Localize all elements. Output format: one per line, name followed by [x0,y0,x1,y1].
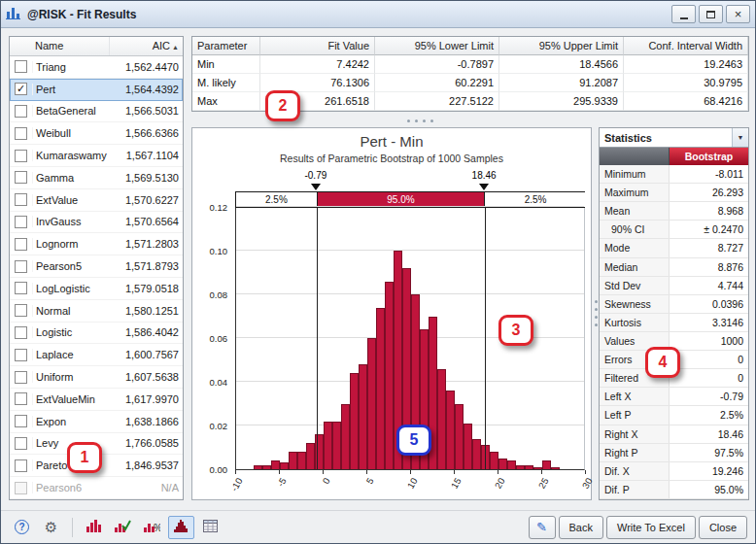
fit-list-row[interactable]: Triang1,562.4470 [10,56,183,79]
statistics-blank-header-cell [600,148,670,165]
fit-list-row[interactable]: Kumaraswamy1,567.1104 [10,145,183,167]
close-button[interactable]: Close [699,516,747,539]
fit-name: Kumaraswamy [32,150,109,161]
fit-checkbox[interactable] [15,150,27,162]
fit-list-header-aic[interactable]: AIC▲ [109,37,183,55]
horizontal-splitter[interactable] [397,117,442,124]
x-tick-label: 15 [439,476,464,506]
right-delimiter-handle[interactable] [479,184,489,190]
fit-checkbox[interactable] [15,437,27,450]
fit-list-row[interactable]: Pearson51,571.8793 [10,255,183,278]
minimize-button[interactable] [671,5,696,23]
chevron-down-icon[interactable]: ▼ [732,128,748,147]
left-delimiter-handle[interactable] [311,184,321,190]
fit-checkbox[interactable] [15,482,27,494]
fit-list-row[interactable]: Laplace1,600.7567 [10,344,183,366]
band-segment: 2.5% [236,192,317,207]
fit-checkbox[interactable] [15,193,27,206]
fit-list-row[interactable]: LogLogistic1,579.0518 [10,278,183,300]
statistics-dropdown[interactable]: Statistics ▼ [600,128,748,148]
fit-checkbox[interactable] [15,127,27,140]
stat-row: Left P2.5% [600,406,748,425]
bootstrap-chart-button[interactable] [168,516,194,539]
statistics-body: Minimum-8.011Maximum26.293Mean8.96890% C… [600,165,748,499]
fit-name: ExtValue [32,194,109,206]
fit-aic-value: 1,567.1104 [109,150,183,161]
fit-list-row[interactable]: Normal1,580.1251 [10,300,183,323]
fit-checkbox[interactable] [15,415,27,427]
maximize-button[interactable] [699,5,723,23]
back-button[interactable]: Back [559,516,603,539]
settings-button[interactable]: ⚙ [38,516,64,539]
fit-checkbox[interactable] [15,238,27,251]
x-tick [454,470,455,474]
param-column-header[interactable]: Parameter [192,37,260,55]
fit-list-row[interactable]: ExtValue1,570.6227 [10,189,183,212]
fit-name: Expon [32,416,109,427]
fit-name: Laplace [32,349,109,360]
fit-results-window: @RISK - Fit Results × Name AIC▲ Triang1,… [0,0,756,544]
fit-checkbox[interactable] [15,371,27,384]
titlebar[interactable]: @RISK - Fit Results × [1,1,755,28]
stat-value: 18.46 [670,425,748,443]
fit-checkbox[interactable]: ✓ [15,83,27,95]
fit-percentiles-button[interactable]: % [139,516,165,539]
histogram-bar [254,465,262,470]
fit-name: Normal [32,305,109,317]
param-column-header[interactable]: 95% Lower Limit [375,37,499,55]
fit-list-header-name[interactable]: Name [33,37,109,55]
fit-checkbox[interactable] [15,459,27,472]
x-tick [498,470,498,474]
param-column-header[interactable]: Conf. Interval Width [624,37,748,55]
fit-list-row[interactable]: Pearson6N/A [10,477,183,499]
fit-list-row[interactable]: Lognorm1,571.2803 [10,233,183,255]
close-window-button[interactable]: × [726,5,750,23]
x-tick-label: 0 [308,476,332,506]
fit-list-row[interactable]: InvGauss1,570.6564 [10,212,183,234]
fit-ranking-button[interactable] [110,516,136,539]
fit-list-row[interactable]: ExtValueMin1,617.9970 [10,389,183,411]
maximize-icon [706,11,715,18]
stat-label: Skewness [600,295,670,313]
fit-list-row[interactable]: Gamma1,569.5130 [10,167,183,189]
stat-value: 19.246 [670,462,748,480]
fit-checkbox[interactable] [15,282,27,294]
fit-checkbox[interactable] [15,105,27,118]
fit-checkbox[interactable] [15,216,27,228]
x-tick [585,470,586,474]
fit-name: Gamma [32,172,109,184]
write-to-excel-button[interactable]: Write To Excel [606,516,696,539]
histogram-bar [306,443,315,469]
histogram-bar [376,308,385,470]
histogram-bar [350,373,359,469]
histogram-bar [280,462,289,469]
fit-list-row[interactable]: Logistic1,586.4042 [10,323,183,345]
fit-checkbox[interactable] [15,392,27,405]
stat-label: Median [600,258,670,276]
fit-checkbox[interactable] [15,326,27,339]
fit-checkbox[interactable] [15,349,27,361]
stat-value: 0.0396 [670,295,748,313]
help-button[interactable]: ? [9,516,35,539]
fit-comparison-button[interactable] [81,516,107,539]
fit-list-row[interactable]: Expon1,638.1866 [10,411,183,433]
band-segment: 2.5% [485,192,586,207]
fit-list-row[interactable]: Weibull1,566.6366 [10,122,183,145]
fit-list-row[interactable]: ✓Pert1,564.4392 [10,79,183,101]
edit-chart-button[interactable]: ✎ [529,516,556,539]
fit-list-row[interactable]: BetaGeneral1,566.5031 [10,101,183,123]
fit-checkbox[interactable] [15,171,27,184]
fit-checkbox[interactable] [15,60,27,73]
param-column-header[interactable]: Fit Value [260,37,375,55]
fit-checkbox[interactable] [15,304,27,317]
fit-list-row[interactable]: Uniform1,607.5638 [10,366,183,389]
fit-checkbox[interactable] [15,260,27,273]
fit-list-checkbox-column [10,37,33,55]
param-value: 68.4216 [624,92,748,111]
stat-row: Mode8.727 [600,239,748,257]
stat-value: 8.968 [670,202,748,220]
data-grid-button[interactable] [197,516,223,539]
stat-value: -0.79 [670,388,748,405]
stat-row: Dif. X19.246 [600,462,748,481]
param-column-header[interactable]: 95% Upper Limit [499,37,624,55]
